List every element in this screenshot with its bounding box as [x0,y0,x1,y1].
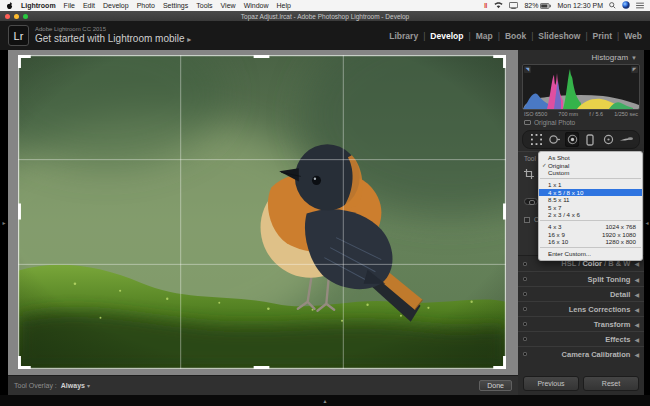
histogram-panel[interactable]: ◥ ◤ [522,64,640,110]
module-tab-book[interactable]: Book [505,31,526,41]
aspect-option-custom[interactable]: Custom [539,169,642,176]
battery-status[interactable]: 82% [524,2,551,9]
display-mirroring-icon[interactable] [509,2,518,10]
panel-expand-arrow-icon: ◀ [634,260,639,267]
panel-section-camera-calibration[interactable]: Camera Calibration◀ [518,346,644,361]
menu-divider [540,247,641,248]
original-photo-row[interactable]: Original Photo [518,118,644,128]
panel-section-label: Effects [527,335,634,344]
right-panel-collapse-strip[interactable]: ◂ [644,50,650,395]
panel-section-label: Transform [527,320,634,329]
module-separator: | [585,31,587,41]
notification-center-icon[interactable] [636,2,644,10]
apple-icon[interactable] [6,2,13,10]
panel-section-split-toning[interactable]: Split Toning◀ [518,271,644,286]
histogram-header[interactable]: Histogram ▼ [518,50,644,63]
highlight-clipping-indicator-icon[interactable]: ◤ [631,66,638,73]
menubar-item-tools[interactable]: Tools [196,2,212,9]
panel-section-effects[interactable]: Effects◀ [518,331,644,346]
crop-tool-icon [524,169,534,179]
menubar-item-lightroom[interactable]: Lightroom [21,2,56,9]
aspect-option-detail: 1280 x 800 [605,238,636,245]
panel-section-label: Camera Calibration [527,350,634,359]
module-separator: | [468,31,470,41]
shadow-clipping-indicator-icon[interactable]: ◥ [524,66,531,73]
aspect-option-16-x-9[interactable]: 16 x 91920 x 1080 [539,231,642,238]
window-titlebar[interactable]: Topaz Adjust.lrcat - Adobe Photoshop Lig… [0,11,650,21]
right-panel-collapse-arrow-icon: ◂ [645,219,648,226]
menubar-item-edit[interactable]: Edit [83,2,95,9]
filmstrip-collapse-strip[interactable]: ▲ [0,395,650,406]
module-tab-map[interactable]: Map [476,31,493,41]
iso-value: ISO 6500 [524,111,547,117]
graduated-filter-tool-icon[interactable] [583,132,597,147]
focal-length-value: 700 mm [558,111,578,117]
module-tab-web[interactable]: Web [624,31,642,41]
tool-overlay-dropdown-arrow-icon[interactable]: ▾ [87,382,90,389]
menubar-item-settings[interactable]: Settings [163,2,188,9]
module-separator: | [617,31,619,41]
histogram-collapse-icon[interactable]: ▼ [631,55,637,61]
menubar-item-view[interactable]: View [221,2,236,9]
menubar-item-photo[interactable]: Photo [137,2,155,9]
aspect-option-4-x-5-8-x-10[interactable]: 4 x 5 / 8 x 10 [539,189,642,196]
identity-plate[interactable]: Adobe Lightroom CC 2015 Get started with… [35,26,191,44]
module-separator: | [498,31,500,41]
pause-icon[interactable]: ‖ [484,2,488,9]
module-picker: Library|Develop|Map|Book|Slideshow|Print… [389,31,642,41]
menubar-menus: LightroomFileEditDevelopPhotoSettingsToo… [21,2,291,9]
aspect-option-8-5-x-11[interactable]: 8.5 x 11 [539,196,642,203]
aspect-option-1-x-1[interactable]: 1 x 1 [539,181,642,188]
original-photo-label: Original Photo [534,119,575,126]
menubar-item-develop[interactable]: Develop [103,2,129,9]
menu-divider [540,178,641,179]
panel-expand-arrow-icon: ◀ [634,336,639,343]
aspect-option-as-shot[interactable]: As Shot [539,154,642,161]
menubar-item-help[interactable]: Help [277,2,291,9]
photo-with-crop-overlay[interactable] [18,55,506,369]
aspect-option-enter-custom[interactable]: Enter Custom... [539,250,642,257]
module-tab-library[interactable]: Library [389,31,418,41]
previous-button[interactable]: Previous [523,376,579,391]
panel-section-detail[interactable]: Detail◀ [518,286,644,301]
lightroom-logo: Lr [8,25,29,46]
wifi-icon[interactable] [494,2,503,10]
menubar-item-window[interactable]: Window [244,2,269,9]
aspect-option-detail: 1920 x 1080 [602,231,636,238]
photo-thumbnail-icon [524,120,531,125]
aspect-option-4-x-3[interactable]: 4 x 31024 x 768 [539,223,642,230]
radial-filter-tool-icon[interactable] [601,132,615,147]
aspect-option-original[interactable]: ✓Original [539,161,642,168]
panel-sections: HSL / Color / B & W◀Split Toning◀Detail◀… [518,255,644,361]
module-tab-develop[interactable]: Develop [430,31,463,41]
panel-section-transform[interactable]: Transform◀ [518,316,644,331]
constrain-checkbox[interactable] [524,217,530,223]
menubar-clock[interactable]: Mon 12:30 PM [557,2,603,9]
panel-section-label: Split Toning [527,275,634,284]
adjustment-brush-tool-icon[interactable] [619,132,633,147]
spotlight-search-icon[interactable] [609,2,616,10]
reset-button[interactable]: Reset [583,376,639,391]
module-separator: | [531,31,533,41]
siri-icon[interactable] [622,1,630,10]
aspect-option-16-x-10[interactable]: 16 x 101280 x 800 [539,238,642,245]
module-tab-slideshow[interactable]: Slideshow [538,31,580,41]
develop-toolstrip [522,130,640,149]
aspect-ratio-menu: As Shot✓OriginalCustom1 x 14 x 5 / 8 x 1… [538,151,643,261]
left-panel-collapse-strip[interactable]: ▸ [0,50,8,395]
panel-section-label: Lens Corrections [527,305,634,314]
crop-overlay-tool-icon[interactable] [529,132,543,147]
menu-divider [540,220,641,221]
aperture-value: f / 5.6 [589,111,603,117]
menubar-item-file[interactable]: File [64,2,75,9]
spot-removal-tool-icon[interactable] [547,132,561,147]
aspect-option-5-x-7[interactable]: 5 x 7 [539,203,642,210]
aspect-option-2-x-3-4-x-6[interactable]: 2 x 3 / 4 x 6 [539,211,642,218]
red-eye-tool-icon[interactable] [565,132,579,147]
panel-section-lens-corrections[interactable]: Lens Corrections◀ [518,301,644,316]
module-tab-print[interactable]: Print [593,31,612,41]
done-button[interactable]: Done [479,380,512,391]
lightroom-app-window: LightroomFileEditDevelopPhotoSettingsToo… [0,0,650,406]
tool-overlay-value[interactable]: Always [61,382,85,389]
panel-expand-arrow-icon: ◀ [634,291,639,298]
